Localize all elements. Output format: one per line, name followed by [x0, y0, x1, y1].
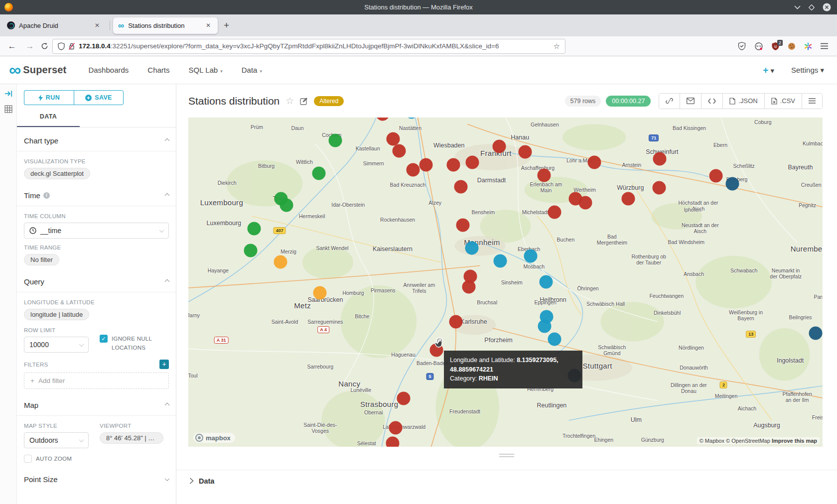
- scatter-point-red[interactable]: [548, 205, 561, 219]
- scatter-point-red[interactable]: [462, 280, 475, 294]
- add-filter-box[interactable]: + Add filter: [24, 373, 169, 389]
- tab-stations-distribution[interactable]: ∞ Stations distribution ✕: [113, 17, 218, 34]
- viewport-value[interactable]: 8° 46' 45.28" | 49…: [100, 432, 163, 444]
- mapbox-logo[interactable]: mapbox: [193, 433, 235, 443]
- section-point-size[interactable]: Point Size: [17, 466, 176, 490]
- scatter-point-red[interactable]: [389, 421, 403, 434]
- scatter-point-red[interactable]: [578, 196, 592, 210]
- nav-dashboards[interactable]: Dashboards: [88, 66, 129, 74]
- run-button[interactable]: RUN: [24, 90, 74, 105]
- data-results-collapse[interactable]: Data: [176, 470, 837, 492]
- dataset-grid-icon[interactable]: [4, 105, 12, 113]
- checkbox-unchecked-icon[interactable]: [24, 455, 32, 463]
- insecure-lock-icon[interactable]: [68, 42, 75, 50]
- scatter-point-green[interactable]: [244, 244, 257, 257]
- privacy-mask-icon[interactable]: [754, 42, 763, 50]
- scatter-point-red[interactable]: [397, 391, 410, 405]
- checkbox-checked-icon[interactable]: ✓: [100, 335, 108, 343]
- scatter-point-green[interactable]: [312, 166, 326, 180]
- scatter-point-red[interactable]: [386, 436, 399, 447]
- map-attribution[interactable]: © Mapbox © OpenStreetMap Improve this ma…: [697, 437, 820, 444]
- bookmark-star-icon[interactable]: ☆: [554, 42, 560, 51]
- section-time[interactable]: Timei: [17, 182, 176, 206]
- scatter-point-red[interactable]: [456, 219, 470, 232]
- forward-button[interactable]: →: [23, 41, 37, 51]
- scatter-point-red[interactable]: [387, 132, 400, 145]
- scatter-point-red[interactable]: [406, 163, 419, 177]
- lonlat-value[interactable]: longitude | latitude: [24, 309, 89, 320]
- window-close-button[interactable]: [823, 3, 831, 11]
- scatter-point-red[interactable]: [466, 155, 479, 169]
- map-style-select[interactable]: Outdoors: [24, 432, 89, 448]
- ublock-shield-icon[interactable]: u 2: [772, 42, 779, 50]
- reload-button[interactable]: [41, 42, 48, 50]
- scatter-point-navy[interactable]: [726, 177, 739, 190]
- pocket-shield-icon[interactable]: [738, 42, 746, 50]
- menu-hamburger-icon[interactable]: [821, 43, 828, 49]
- chart-menu-button[interactable]: [802, 94, 822, 109]
- scatter-point-red[interactable]: [652, 181, 666, 195]
- url-field[interactable]: 172.18.0.4:32251/superset/explore/?form_…: [52, 39, 565, 54]
- row-limit-select[interactable]: 10000: [24, 337, 89, 353]
- scatter-point-red[interactable]: [587, 155, 601, 169]
- scatter-point-blue[interactable]: [548, 332, 561, 346]
- scatter-point-red[interactable]: [622, 192, 635, 205]
- tracking-shield-icon[interactable]: [58, 42, 65, 50]
- new-tab-button[interactable]: +: [218, 20, 235, 31]
- section-map[interactable]: Map: [17, 392, 176, 415]
- scatter-point-orange[interactable]: [274, 255, 287, 268]
- section-chart-type[interactable]: Chart type: [17, 127, 176, 151]
- scatter-point-green[interactable]: [280, 198, 293, 212]
- deckgl-scatterplot-map[interactable]: PrümDaunCochemNastättenGelnhausenHanauBa…: [188, 118, 823, 447]
- copy-link-button[interactable]: [659, 94, 680, 109]
- settings-menu[interactable]: Settings ▾: [791, 66, 824, 75]
- panel-drag-handle[interactable]: [499, 454, 514, 457]
- export-json-button[interactable]: .JSON: [722, 94, 764, 109]
- scatter-point-green[interactable]: [248, 222, 261, 235]
- scatter-point-blue[interactable]: [465, 242, 479, 255]
- export-csv-button[interactable]: .CSV: [764, 94, 802, 109]
- window-minimize-button[interactable]: [794, 5, 801, 9]
- save-button[interactable]: SAVE: [74, 90, 124, 105]
- extension-pinwheel-icon[interactable]: [804, 42, 812, 50]
- scatter-point-red[interactable]: [518, 145, 532, 158]
- tab-close-icon[interactable]: ✕: [93, 21, 102, 30]
- time-range-value[interactable]: No filter: [24, 254, 59, 265]
- scatter-point-red[interactable]: [454, 180, 468, 194]
- auto-zoom-checkbox-row[interactable]: AUTO ZOOM: [24, 454, 169, 463]
- scatter-point-navy[interactable]: [809, 326, 822, 340]
- scatter-point-blue[interactable]: [539, 275, 553, 288]
- scatter-point-red[interactable]: [653, 152, 666, 166]
- time-column-select[interactable]: __time: [24, 223, 169, 239]
- scatter-point-blue[interactable]: [524, 250, 538, 263]
- add-filter-plus-button[interactable]: +: [159, 360, 169, 369]
- scatter-point-red[interactable]: [492, 140, 506, 153]
- scatter-point-red[interactable]: [538, 168, 551, 182]
- scatter-point-blue[interactable]: [538, 320, 552, 333]
- favorite-star-icon[interactable]: ☆: [285, 95, 294, 107]
- scatter-point-red[interactable]: [709, 169, 723, 182]
- nav-charts[interactable]: Charts: [147, 66, 169, 74]
- tab-data[interactable]: DATA: [17, 113, 80, 127]
- superset-logo[interactable]: ∞ Superset: [9, 63, 66, 77]
- ignore-null-checkbox-row[interactable]: ✓ IGNORE NULL LOCATIONS: [100, 334, 169, 353]
- scatter-point-blue[interactable]: [494, 254, 507, 268]
- section-query[interactable]: Query: [17, 268, 176, 292]
- expand-panel-icon[interactable]: [4, 90, 12, 97]
- nav-sql-lab[interactable]: SQL Lab▾: [189, 66, 223, 74]
- window-maximize-button[interactable]: [809, 4, 815, 10]
- scatter-point-red[interactable]: [419, 158, 433, 172]
- share-email-button[interactable]: [680, 94, 701, 109]
- scatter-point-red[interactable]: [449, 315, 463, 329]
- tab-close-icon[interactable]: ✕: [204, 21, 213, 30]
- embed-code-button[interactable]: [701, 94, 722, 109]
- edit-properties-icon[interactable]: [300, 97, 308, 105]
- back-button[interactable]: ←: [5, 41, 19, 51]
- scatter-point-orange[interactable]: [313, 286, 326, 300]
- viz-type-value[interactable]: deck.gl Scatterplot: [24, 168, 90, 179]
- new-item-button[interactable]: + ▾: [763, 65, 774, 76]
- tab-apache-druid[interactable]: Apache Druid ✕: [2, 17, 107, 34]
- altered-badge[interactable]: Altered: [314, 96, 344, 106]
- scatter-point-red[interactable]: [392, 144, 406, 158]
- cookie-icon[interactable]: [788, 42, 796, 50]
